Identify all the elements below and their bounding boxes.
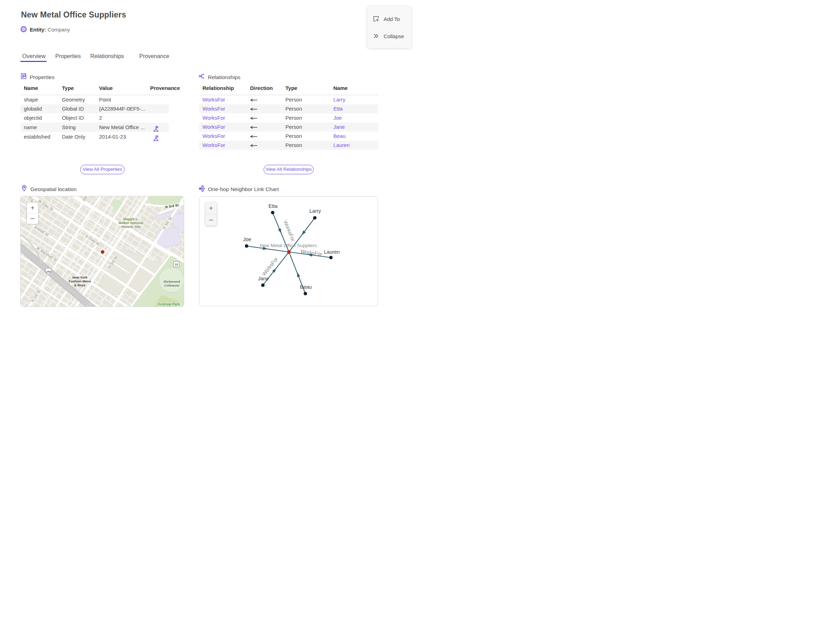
svg-text:Larry: Larry [309,208,321,214]
svg-text:Richmond: Richmond [164,280,180,283]
svg-text:Coliseum: Coliseum [164,283,180,287]
svg-text:Beau: Beau [300,284,312,290]
svg-text:250: 250 [46,270,51,273]
svg-text:Joe: Joe [243,237,251,242]
svg-text:Walker National: Walker National [119,221,143,225]
svg-text:Etta: Etta [269,203,278,209]
svg-text:Maggie L.: Maggie L. [123,217,138,221]
svg-text:Jane: Jane [258,276,269,281]
svg-text:WorksFor: WorksFor [261,256,279,277]
svg-text:Lauren: Lauren [324,249,340,255]
svg-text:33: 33 [175,263,178,266]
svg-text:& Boys: & Boys [74,283,86,287]
svg-text:Festival Park: Festival Park [158,302,180,306]
svg-text:Fashion Mens: Fashion Mens [68,279,91,283]
svg-text:Historic Site: Historic Site [121,225,140,229]
svg-text:New Metal Office Suppliers: New Metal Office Suppliers [260,243,317,248]
svg-text:WorksFor: WorksFor [282,220,296,242]
svg-text:New York: New York [72,275,88,279]
